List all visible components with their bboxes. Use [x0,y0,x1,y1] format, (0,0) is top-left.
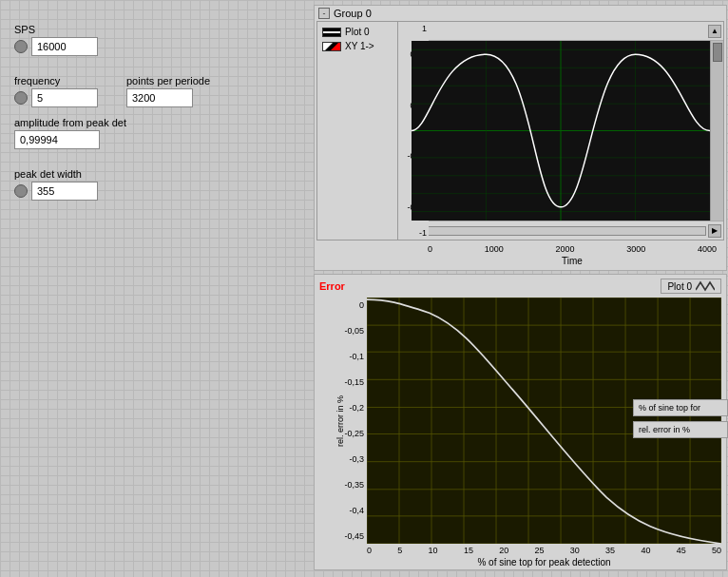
amplitude-input[interactable] [14,130,100,149]
frequency-knob[interactable] [14,91,28,105]
bottom-header: Error Plot 0 [315,275,726,298]
plot0-swatch [322,28,341,37]
peak-det-width-label: peak det width [14,168,290,180]
chart-title-row: - Group 0 [315,6,726,21]
points-per-periode-input[interactable] [126,88,193,107]
plot0-badge-label: Plot 0 [667,281,692,292]
plot0-badge: Plot 0 [661,279,721,294]
time-axis-label: Time [428,256,726,266]
h-scrollbar[interactable] [415,226,706,236]
top-chart-wrapper: - Group 0 Plot 0 XY 1-> ▲ [314,5,727,271]
left-panel: SPS frequency points per periode amplitu… [0,0,304,577]
sps-input[interactable] [31,37,98,56]
peak-det-input[interactable] [31,182,98,201]
sine-plot [412,41,710,221]
sine-svg [412,41,710,221]
right-labels: % of sine top for rel. error in % [633,399,728,438]
collapse-btn[interactable]: - [318,8,330,19]
right-label-2: rel. error in % [633,421,728,438]
plot0-label: Plot 0 [345,27,370,37]
legend-plot0: Plot 0 [322,27,393,37]
error-x-axis: 0 5 10 15 20 25 30 35 40 45 50 % of sine… [319,544,721,569]
error-x-label: % of sine top for peak detection [367,557,721,567]
points-per-periode-label: points per periode [126,75,210,87]
top-chart-outer: - Group 0 Plot 0 XY 1-> ▲ [314,5,727,271]
chart-with-yaxis: 1 0,75 0,5 0,25 0 -0,25 -0,5 -0,75 -1 Am… [398,41,723,221]
right-label-1: % of sine top for [633,399,728,416]
scroll-thumb[interactable] [713,43,722,62]
legend-xy: XY 1-> [322,41,393,51]
error-y-axis: rel. error in % 0 -0,05 -0,1 -0,15 -0,2 … [319,298,367,544]
wave-icon [696,280,715,292]
inner-chart-container: Plot 0 XY 1-> ▲ 1 0,75 [316,21,724,240]
nav-right-btn[interactable]: ▶ [708,224,721,238]
error-x-ticks: 0 5 10 15 20 25 30 35 40 45 50 [367,546,721,555]
x-axis-ticks: 0 1000 2000 3000 4000 [428,244,726,254]
error-label: Error [319,280,345,292]
group-label: Group 0 [334,8,372,19]
frequency-label: frequency [14,75,98,87]
xy-swatch [322,42,341,51]
amplitude-label: amplitude from peak det [14,117,290,128]
error-y-axis-label: rel. error in % [335,383,345,459]
amplitude-axis-container: Amplitude [398,41,412,221]
chart-body: ▲ 1 0,75 0,5 0,25 0 -0,25 -0,5 -0,75 -1 [398,22,723,240]
sps-knob[interactable] [14,40,28,53]
nav-up-btn[interactable]: ▲ [708,25,721,38]
sps-label: SPS [14,24,290,35]
x-axis-area: 0 1000 2000 3000 4000 Time [395,240,726,270]
frequency-input[interactable] [31,88,98,107]
peak-det-knob[interactable] [14,184,28,198]
legend-panel: Plot 0 XY 1-> [317,22,398,240]
chart-scrollbar-right[interactable] [710,41,723,221]
chart-nav-bottom: ◀ ▶ [398,221,723,240]
chart-nav-top: ▲ [398,22,723,41]
xy-label: XY 1-> [345,41,374,51]
